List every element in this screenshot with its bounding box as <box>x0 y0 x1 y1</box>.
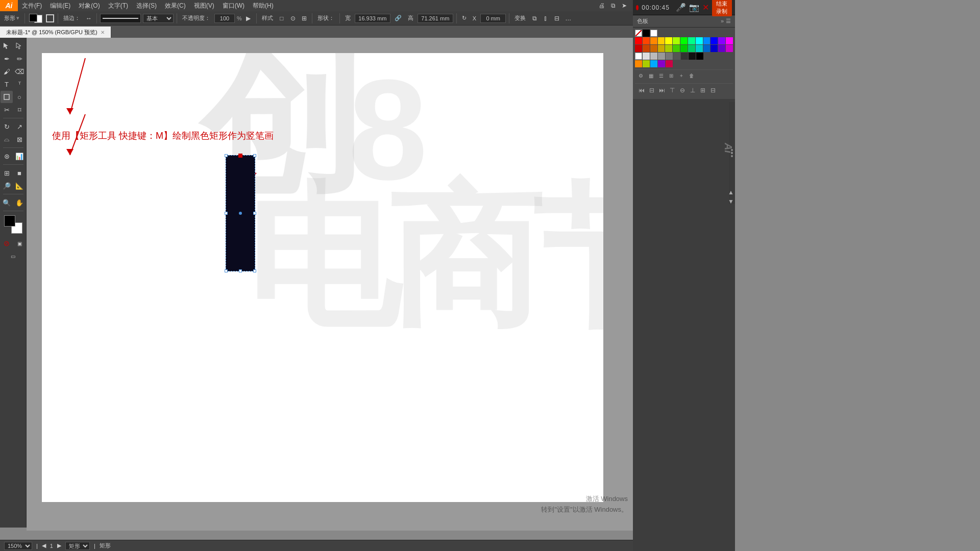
menu-file[interactable]: 文件(F) <box>18 0 46 11</box>
next-page-icon[interactable]: ▶ <box>57 542 61 549</box>
select-tool[interactable] <box>1 40 13 52</box>
ellipse-tool[interactable]: ○ <box>13 91 26 103</box>
swatch-red-orange[interactable] <box>643 37 650 44</box>
stroke-weight-icon[interactable]: ↔ <box>84 14 93 23</box>
swatch-med-blue[interactable] <box>703 45 710 52</box>
swatch-list-icon[interactable]: ☰ <box>656 71 666 80</box>
measure-tool[interactable]: 📐 <box>13 180 26 192</box>
stroke-style-select[interactable]: 基本 <box>143 14 174 23</box>
swatch-accent-purple[interactable] <box>658 60 665 67</box>
swatch-dark-blue[interactable] <box>710 45 718 52</box>
swatch-yellow[interactable] <box>665 37 672 44</box>
opacity-arrow[interactable]: ▶ <box>244 14 253 23</box>
menu-edit[interactable]: 编辑(E) <box>46 0 75 11</box>
hand-tool[interactable]: ✋ <box>13 196 26 209</box>
swatch-dark-gray[interactable] <box>673 53 680 60</box>
none-fill-icon[interactable]: ⊘ <box>1 237 13 249</box>
swatch-violet[interactable] <box>718 37 725 44</box>
free-transform-tool[interactable]: ⊠ <box>13 133 26 145</box>
pen-tool[interactable]: ✒ <box>1 53 13 65</box>
menu-window[interactable]: 窗口(W) <box>218 0 249 11</box>
rectangle-tool[interactable] <box>1 91 13 103</box>
transform-label[interactable]: 变换 <box>512 13 528 24</box>
canvas-area[interactable]: 创 8 电 商 节 使用【矩形工具 快捷键：M】绘制黑色矩形作为竖笔画 <box>27 38 633 531</box>
swatch-white[interactable] <box>635 53 642 60</box>
mic-icon[interactable]: 🎤 <box>676 3 686 12</box>
height-input[interactable] <box>418 14 453 23</box>
align-right-icon[interactable]: ⏭ <box>657 86 667 95</box>
swatch-dark-red[interactable] <box>635 45 642 52</box>
swatch-dark-orange-red[interactable] <box>643 45 650 52</box>
column-graph-tool[interactable]: 📊 <box>13 150 26 162</box>
swatch-accent-blue[interactable] <box>650 60 657 67</box>
align-grid-icon[interactable]: ⊞ <box>300 14 309 23</box>
swatch-yellow-orange[interactable] <box>658 37 665 44</box>
align-bottom-icon[interactable]: ⊥ <box>688 86 697 95</box>
menu-help[interactable]: 帮助(H) <box>249 0 278 11</box>
warp-tool[interactable]: ⌓ <box>1 133 13 145</box>
handle-middle-right[interactable] <box>253 212 256 215</box>
mesh-tool[interactable]: ⊞ <box>1 167 13 179</box>
swatch-accent-orange[interactable] <box>635 60 642 67</box>
swatch-accent-crimson[interactable] <box>666 60 673 67</box>
gradient-tool[interactable]: ■ <box>13 167 26 179</box>
color-mode-icon[interactable]: ▣ <box>13 237 26 249</box>
rotation-icon[interactable]: ↻ <box>460 13 469 24</box>
fill-stroke-indicator[interactable] <box>28 13 43 24</box>
print-icon[interactable]: 🖨 <box>597 1 606 10</box>
camera-icon[interactable]: 📷 <box>689 3 699 12</box>
delete-swatch-icon[interactable]: 🗑 <box>687 71 696 80</box>
swatch-teal-green[interactable] <box>688 37 695 44</box>
eyedropper-tool[interactable]: 🔎 <box>1 180 13 192</box>
panel-expand-icon[interactable]: » <box>721 18 724 24</box>
swatch-emerald[interactable] <box>688 45 695 52</box>
transform-icon[interactable]: ⧉ <box>530 14 539 23</box>
swatch-grid-icon[interactable]: ⊞ <box>667 71 676 80</box>
eraser-tool[interactable]: ⌫ <box>13 65 26 78</box>
menu-select[interactable]: 选择(S) <box>132 0 161 11</box>
width-input[interactable] <box>355 14 390 23</box>
scroll-down-icon[interactable]: ▼ <box>728 198 734 205</box>
prev-page-icon[interactable]: ◀ <box>42 542 46 549</box>
transform-dot-icon[interactable]: ⊙ <box>288 14 298 23</box>
pathfinder-icon[interactable]: ⊟ <box>552 14 561 23</box>
swatch-red[interactable] <box>635 37 642 44</box>
swatch-dark-yellow[interactable] <box>658 45 665 52</box>
swatch-med-gray[interactable] <box>658 53 665 60</box>
fill-stroke-boxes[interactable] <box>4 215 22 234</box>
zoom-select[interactable]: 150% <box>4 542 32 550</box>
swatch-light-blue[interactable] <box>703 37 710 44</box>
swatch-blue[interactable] <box>710 37 718 44</box>
tab-close-button[interactable]: ✕ <box>101 30 105 35</box>
direct-select-tool[interactable] <box>13 40 26 52</box>
handle-bottom-right[interactable] <box>253 269 256 272</box>
swatch-gray[interactable] <box>666 53 673 60</box>
swatch-cyan[interactable] <box>696 37 703 44</box>
handle-top-left[interactable] <box>225 154 228 157</box>
rotate-tool[interactable]: ↻ <box>1 120 13 133</box>
align-icon[interactable]: ⫿ <box>541 14 550 23</box>
swatch-accent-yellow-green[interactable] <box>643 60 650 67</box>
symbol-sprayer-tool[interactable]: ⊛ <box>1 150 13 162</box>
artboard-select[interactable]: 矩形 <box>65 542 90 550</box>
swatch-orange[interactable] <box>650 37 657 44</box>
scroll-up-icon[interactable]: ▲ <box>728 189 734 196</box>
swatch-teal[interactable] <box>696 45 703 52</box>
menu-effect[interactable]: 效果(C) <box>161 0 190 11</box>
distribute-h-icon[interactable]: ⊞ <box>698 86 707 95</box>
knife-tool[interactable]: ⌑ <box>13 104 26 116</box>
end-recording-button[interactable]: 结束录制 <box>712 0 732 16</box>
black-swatch[interactable] <box>643 30 650 37</box>
opacity-input[interactable] <box>214 14 235 23</box>
swatch-dark-violet[interactable] <box>718 45 725 52</box>
more-icon[interactable]: … <box>564 14 573 23</box>
swatch-dark-orange[interactable] <box>650 45 657 52</box>
scissors-tool[interactable]: ✂ <box>1 104 13 116</box>
swatch-light-gray[interactable] <box>643 53 650 60</box>
x-input[interactable] <box>480 14 506 23</box>
white-swatch[interactable] <box>650 30 657 37</box>
align-center-h-icon[interactable]: ⊟ <box>647 86 656 95</box>
swatch-options-icon[interactable]: ⚙ <box>636 71 645 80</box>
swatch-magenta[interactable] <box>726 37 733 44</box>
handle-bottom-left[interactable] <box>225 269 228 272</box>
